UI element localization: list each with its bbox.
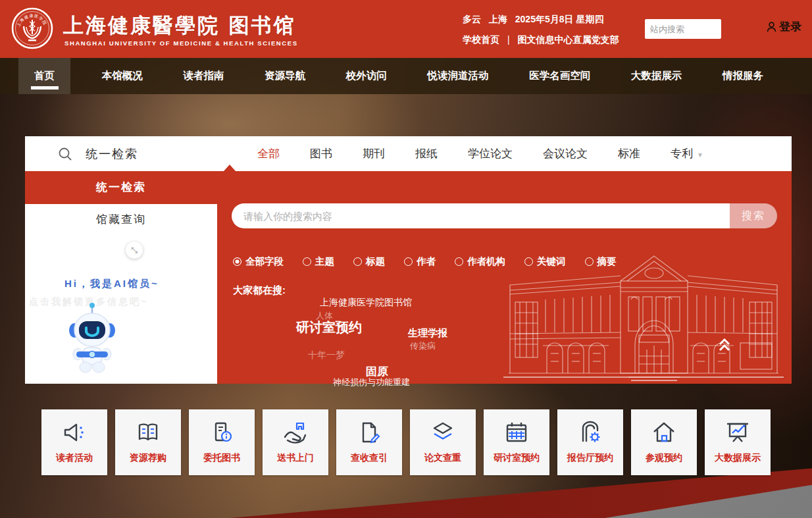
sidebar-item-unified-search[interactable]: 统一检索	[25, 171, 217, 204]
nav-label: 校外访问	[346, 69, 387, 83]
tab-label: 标准	[618, 147, 640, 160]
search-button[interactable]: 搜索	[730, 203, 777, 228]
header-links: 学校首页 | 图文信息中心直属党支部	[463, 34, 619, 46]
university-seal-logo: 上海健康医学院	[11, 7, 54, 50]
nav-item-home[interactable]: 首页	[18, 58, 70, 94]
nav-label: 资源导航	[265, 69, 305, 83]
tab-label: 会议论文	[543, 147, 588, 160]
nav-item-reader-guide[interactable]: 读者指南	[174, 58, 233, 94]
search-input-row: 搜索	[232, 203, 777, 228]
page: 上海健康医学院 上海健康醫學院 图书馆 SHANGHAI UNIVERSITY …	[0, 0, 812, 518]
document-info-icon	[207, 418, 236, 447]
hand-delivery-icon	[281, 418, 310, 447]
scope-label: 作者	[417, 255, 436, 268]
radio-icon	[455, 257, 463, 266]
login-button[interactable]: 登录	[767, 19, 801, 34]
quick-link-reader-activities[interactable]: 读者活动	[41, 409, 107, 475]
nav-item-medical-art-space[interactable]: 医学名画空间	[520, 58, 599, 94]
user-icon	[767, 22, 776, 32]
weather-city: 上海	[489, 14, 507, 24]
hot-word[interactable]: 生理学报	[408, 327, 447, 340]
nav-item-big-data[interactable]: 大数据展示	[622, 58, 692, 94]
unified-search-label: 统一检索	[86, 146, 138, 162]
ai-robot-mascot[interactable]	[53, 301, 132, 379]
quick-link-label: 报告厅预约	[567, 452, 613, 464]
weather-info: 多云 上海 2025年5月8日 星期四	[463, 14, 609, 26]
tab-conference-papers[interactable]: 会议论文	[528, 146, 603, 161]
doc-type-tabs: 全部 图书 期刊 报纸 学位论文 会议论文 标准 专利▼	[242, 146, 719, 161]
nav-item-resources[interactable]: 资源导航	[255, 58, 315, 94]
quick-link-book-delegation[interactable]: 委托图书	[189, 409, 255, 475]
radio-icon	[303, 257, 311, 266]
sidebar-item-catalog-search[interactable]: 馆藏查询	[25, 204, 217, 236]
site-title: 上海健康醫學院 图书馆	[63, 12, 296, 39]
hot-word[interactable]: 研讨室预约	[296, 319, 362, 336]
tab-all[interactable]: 全部	[242, 146, 295, 161]
quick-link-label: 读者活动	[56, 452, 93, 464]
hot-search-label: 大家都在搜:	[233, 284, 286, 297]
hot-word[interactable]: 十年一梦	[308, 350, 345, 361]
quick-link-book-home-delivery[interactable]: 送书上门	[263, 409, 328, 475]
scope-author-org[interactable]: 作者机构	[455, 255, 505, 268]
tab-label: 专利	[671, 147, 693, 160]
main-search-input[interactable]	[232, 203, 730, 228]
site-subtitle: SHANGHAI UNIVERSITY OF MEDICINE & HEALTH…	[64, 39, 298, 47]
current-date: 2025年5月8日 星期四	[515, 14, 604, 24]
nav-label: 医学名画空间	[529, 69, 590, 83]
tab-theses[interactable]: 学位论文	[453, 146, 528, 161]
nav-item-reading-activities[interactable]: 悦读润道活动	[418, 58, 497, 94]
quick-link-big-data-display[interactable]: 大数据展示	[705, 409, 771, 475]
quick-link-label: 参观预约	[646, 452, 682, 464]
nav-item-about[interactable]: 本馆概况	[93, 58, 152, 94]
quick-link-label: 论文查重	[424, 452, 461, 464]
library-building-line-art	[499, 247, 788, 382]
tab-books[interactable]: 图书	[295, 146, 347, 161]
presentation-chart-icon	[723, 418, 752, 447]
school-home-link[interactable]: 学校首页	[463, 34, 499, 45]
quick-link-label: 委托图书	[203, 452, 240, 464]
hot-word[interactable]: 传染病	[410, 340, 436, 352]
quick-link-citation-check[interactable]: 查收查引	[336, 409, 402, 475]
scope-subject[interactable]: 主题	[303, 255, 334, 268]
hot-word[interactable]: 上海健康医学院图书馆	[320, 297, 412, 309]
site-search-input[interactable]	[645, 19, 721, 39]
quick-link-seminar-room-booking[interactable]: 研讨室预约	[484, 409, 549, 475]
building-gear-icon	[576, 418, 605, 447]
open-book-icon	[134, 418, 163, 447]
nav-label: 读者指南	[183, 69, 224, 83]
nav-item-offcampus-access[interactable]: 校外访问	[337, 58, 396, 94]
active-tab-caret	[224, 165, 236, 171]
quick-links-row: 读者活动 资源荐购 委托图书	[0, 409, 812, 475]
quick-link-resource-recommendation[interactable]: 资源荐购	[115, 409, 181, 475]
scope-label: 标题	[366, 255, 385, 268]
weather-condition: 多云	[463, 14, 481, 24]
scroll-up-chevrons-icon[interactable]	[718, 338, 731, 352]
link-separator: |	[507, 34, 510, 45]
hot-word[interactable]: 神经损伤与功能重建	[333, 376, 410, 388]
scope-author[interactable]: 作者	[404, 255, 436, 268]
scope-title[interactable]: 标题	[353, 255, 385, 268]
nav-item-intelligence-service[interactable]: 情报服务	[713, 58, 773, 94]
tab-newspapers[interactable]: 报纸	[400, 146, 453, 161]
party-branch-link[interactable]: 图文信息中心直属党支部	[517, 34, 619, 45]
tab-journals[interactable]: 期刊	[347, 146, 400, 161]
megaphone-icon	[60, 418, 89, 447]
nav-label: 首页	[34, 69, 55, 83]
radio-icon	[353, 257, 362, 266]
tab-label: 全部	[257, 147, 280, 160]
quick-link-visit-booking[interactable]: 参观预约	[631, 409, 697, 475]
collapse-icon[interactable]: ⤡	[126, 242, 143, 259]
quick-link-plagiarism-check[interactable]: 论文查重	[410, 409, 476, 475]
sidebar-lower: 馆藏查询 ⤡ Hi，我是AI馆员~ 点击我解锁更多信息吧~	[25, 204, 217, 384]
calendar-icon	[502, 418, 531, 447]
quick-link-label: 资源荐购	[130, 452, 166, 464]
tab-label: 报纸	[415, 147, 438, 160]
scope-all-fields[interactable]: 全部字段	[233, 255, 284, 268]
tab-standards[interactable]: 标准	[603, 146, 655, 161]
quick-link-lecture-hall-booking[interactable]: 报告厅预约	[557, 409, 623, 475]
search-panel: 统一检索 馆藏查询 ⤡ Hi，我是AI馆员~ 点击我解锁更多信息吧~	[25, 171, 792, 384]
tab-label: 学位论文	[468, 147, 513, 160]
nav-label: 本馆概况	[102, 69, 143, 83]
scope-label: 全部字段	[245, 255, 284, 268]
tab-patents[interactable]: 专利▼	[655, 146, 719, 161]
